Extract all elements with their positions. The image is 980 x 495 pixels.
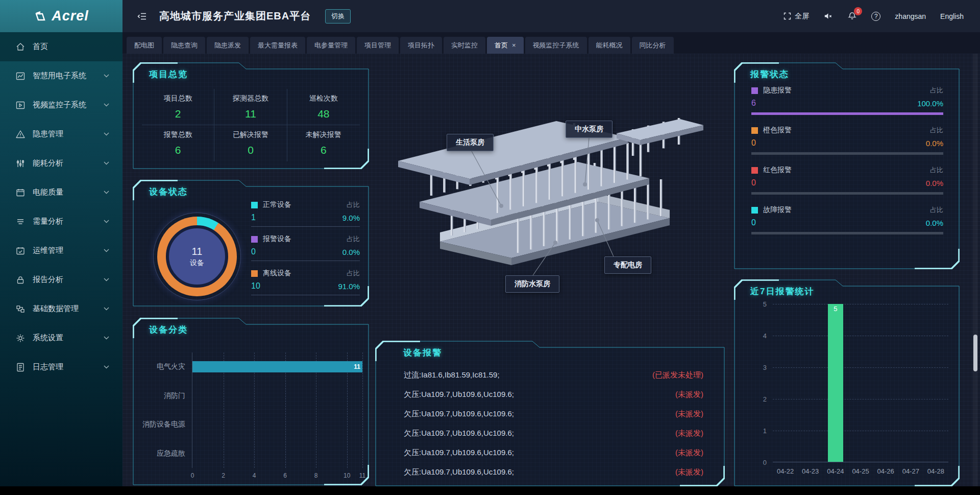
chevron-down-icon [104,307,109,311]
tab-同比分析[interactable]: 同比分析 [632,37,674,54]
x-axis-tick-label: 10 [344,472,350,479]
tab-项目拓扑[interactable]: 项目拓扑 [400,37,442,54]
tab-配电图[interactable]: 配电图 [127,37,162,54]
panel-title: 近7日报警统计 [750,286,814,297]
tab-视频监控子系统[interactable]: 视频监控子系统 [525,37,587,54]
alarm-dispatch-status: (未派发) [675,448,703,458]
sidebar-item-首页[interactable]: 首页 [0,32,122,61]
chevron-down-icon [104,365,109,369]
ratio-label: 占比 [347,269,360,278]
device-status-donut-chart: 11 设备 [153,213,241,300]
panel-device-alarm: 设备报警 过流:Ia81.6,Ib81.59,Ic81.59;(已派发未处理)欠… [375,341,725,486]
sidebar-item-label: 首页 [33,42,48,52]
category-row-应急疏散: 应急疏散 [192,439,362,468]
building-label-消防水泵房[interactable]: 消防水泵房 [505,275,559,293]
legend-name: 离线设备 [263,269,291,278]
sidebar-item-运维管理[interactable]: 运维管理 [0,236,122,265]
gear-icon [15,333,26,343]
row-name: 橙色报警 [763,126,792,135]
sidebar-item-视频监控子系统[interactable]: 视频监控子系统 [0,90,122,120]
x-axis-tick-label: 6 [283,472,287,479]
tab-实时监控[interactable]: 实时监控 [444,37,485,54]
device-status-legend-离线设备: 离线设备占比1091.0% [251,269,360,295]
row-progress-track [751,192,943,195]
username[interactable]: zhangsan [895,12,926,20]
alarm-dispatch-status: (未派发) [675,429,703,438]
stat-label: 已解决报警 [233,130,268,139]
alarm-dispatch-status: (已派发未处理) [652,370,703,380]
row-line1: 橙色报警占比 [751,126,943,135]
row-line2: 00.0% [751,178,943,187]
stat-label: 报警总数 [164,130,192,139]
row-value: 0 [751,178,756,187]
overview-stat-已解决报警: 已解决报警0 [214,125,287,161]
menu-collapse-icon[interactable] [137,11,147,21]
schedule-icon [15,246,26,256]
stat-label: 巡检次数 [309,94,338,103]
panel-title: 设备分类 [149,324,188,336]
mute-icon[interactable] [823,11,833,21]
building-label-生活泵房[interactable]: 生活泵房 [447,134,494,151]
weekly-bar-04-24: 5 [828,304,843,462]
sidebar-item-电能质量[interactable]: 电能质量 [0,178,122,207]
notifications-bell[interactable]: 0 [847,11,857,21]
category-bar: 11 [192,361,362,372]
page-title: 高地城市服务产业集团EBA平台 [159,9,311,23]
x-axis-tick-label: 04-27 [902,467,919,475]
sidebar-item-label: 日志管理 [33,362,63,372]
row-line2: 6100.0% [751,99,943,108]
panel-alarm-status: 报警状态 隐患报警占比6100.0%橙色报警占比00.0%红色报警占比00.0%… [734,62,960,269]
help-icon[interactable]: ? [871,12,880,21]
alarm-dispatch-status: (未派发) [675,390,703,399]
tab-隐患查询[interactable]: 隐患查询 [163,37,205,54]
building-label-专配电房[interactable]: 专配电房 [604,256,651,274]
tab-项目管理[interactable]: 项目管理 [357,37,399,54]
tab-首页[interactable]: 首页× [487,37,524,54]
language-switcher[interactable]: English [940,12,964,20]
tab-label: 电参量管理 [314,41,348,50]
scrollbar-track[interactable] [973,54,978,486]
row-line2: 00.0% [751,138,943,148]
sidebar-item-日志管理[interactable]: 日志管理 [0,352,122,382]
fullscreen-button[interactable]: 全屏 [783,12,809,21]
brand-name: Acrel [52,8,89,24]
building-3d-scene[interactable]: 生活泵房中水泵房消防水泵房专配电房 [362,84,730,335]
tab-label: 首页 [495,41,508,50]
legend-name: 正常设备 [263,200,291,209]
tab-隐患派发[interactable]: 隐患派发 [207,37,249,54]
tab-close-icon[interactable]: × [512,41,516,49]
tab-能耗概况[interactable]: 能耗概况 [589,37,630,54]
ratio-label: 占比 [930,166,943,175]
sidebar-item-需量分析[interactable]: 需量分析 [0,207,122,236]
tab-label: 视频监控子系统 [533,41,579,50]
sidebar-item-基础数据管理[interactable]: 基础数据管理 [0,294,122,323]
building-label-中水泵房[interactable]: 中水泵房 [566,121,612,138]
sidebar-item-隐患管理[interactable]: 隐患管理 [0,120,122,149]
tab-label: 项目管理 [364,41,391,50]
tab-电参量管理[interactable]: 电参量管理 [307,37,355,54]
panel-project-overview: 项目总览 项目总数2探测器总数11巡检次数48报警总数6已解决报警0未解决报警6 [133,62,369,169]
row-progress-fill [751,112,943,115]
sidebar-item-label: 系统设置 [33,333,63,343]
sidebar-item-报告分析[interactable]: 报告分析 [0,265,122,294]
sidebar-item-label: 需量分析 [33,217,63,226]
category-label: 电气火灾 [134,362,185,371]
scrollbar-thumb[interactable] [973,335,977,371]
alarm-message: 欠压:Ua109.7,Ub109.6,Uc109.6; [404,390,514,399]
open-tabs-bar: 配电图隐患查询隐患派发最大需量报表电参量管理项目管理项目拓扑实时监控首页×视频监… [122,32,980,54]
sidebar-item-智慧用电子系统[interactable]: 智慧用电子系统 [0,61,122,90]
fullscreen-icon [783,12,792,20]
alarm-message: 欠压:Ua109.7,Ub109.6,Uc109.6; [404,448,514,458]
grid-line [773,367,948,368]
y-axis-tick-label: 1 [763,427,767,435]
x-axis-tick-label: 04-26 [877,467,894,475]
tab-最大需量报表[interactable]: 最大需量报表 [250,37,305,54]
row-progress-track [751,232,943,234]
sidebar-item-能耗分析[interactable]: 能耗分析 [0,149,122,178]
row-progress-track [751,152,943,155]
switch-project-button[interactable]: 切换 [325,9,351,23]
alarm-status-row-红色报警: 红色报警占比00.0% [751,166,943,195]
row-line1: 红色报警占比 [751,166,943,175]
sidebar-item-系统设置[interactable]: 系统设置 [0,323,122,352]
legend-line1: 正常设备占比 [251,200,360,209]
